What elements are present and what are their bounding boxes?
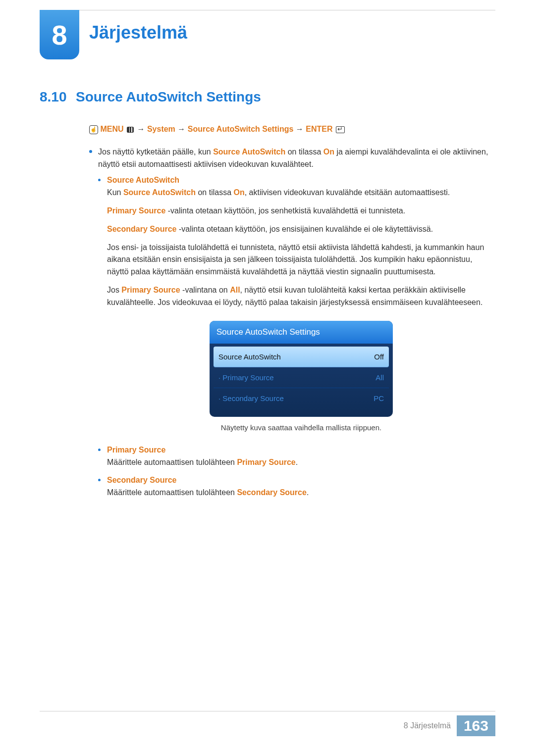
secondary-source-item: Secondary Source Määrittele automaattise… [98, 474, 495, 499]
sa-p5c: -valintana on [180, 286, 230, 294]
page: 8 Järjestelmä 8.10 Source AutoSwitch Set… [0, 0, 535, 756]
section-number: 8.10 [40, 89, 67, 104]
sa-p1a: Kun [107, 188, 123, 197]
hand-icon [89, 125, 98, 134]
sa-p5d: All [230, 286, 240, 294]
intro-text-a: Jos näyttö kytketään päälle, kun [98, 148, 213, 156]
osd-row-label-0: Source AutoSwitch [218, 351, 281, 362]
nav-menu-label: MENU [100, 125, 123, 133]
sa-p5b: Primary Source [121, 286, 180, 294]
intro-text-c: on tilassa [285, 148, 323, 156]
section-heading: 8.10 Source AutoSwitch Settings [40, 89, 495, 105]
sa-p4: Jos ensi- ja toissijaista tulolähdettä e… [107, 242, 495, 278]
osd-row-value-2: PC [374, 393, 384, 404]
osd-row-label-2: · Secondary Source [218, 393, 284, 404]
top-rule [40, 10, 495, 10]
osd-caption: Näytetty kuva saattaa vaihdella mallista… [107, 422, 495, 433]
secondary-p-a: Määrittele automaattisen tulolähteen [107, 488, 237, 497]
sa-p2b: -valinta otetaan käyttöön, jos senhetkis… [165, 206, 405, 215]
footer-chapter-label: 8 Järjestelmä [404, 721, 451, 730]
osd-row-label-1: · Primary Source [218, 372, 274, 383]
primary-source-item: Primary Source Määrittele automaattisen … [98, 444, 495, 469]
osd-row-primary-source[interactable]: · Primary Source All [214, 367, 389, 388]
osd-row-value-1: All [375, 372, 384, 383]
osd-row-source-autoswitch[interactable]: Source AutoSwitch Off [214, 347, 389, 367]
secondary-p-c: . [307, 488, 309, 497]
nav-setting-label: Source AutoSwitch Settings [188, 125, 294, 133]
chapter-title: Järjestelmä [89, 22, 187, 43]
intro-bullet: Jos näyttö kytketään päälle, kun Source … [89, 146, 495, 499]
source-autoswitch-item: Source AutoSwitch Kun Source AutoSwitch … [98, 174, 495, 433]
osd-title: Source AutoSwitch Settings [210, 321, 393, 344]
source-autoswitch-heading: Source AutoSwitch [107, 176, 179, 184]
content-area: 8.10 Source AutoSwitch Settings MENU → S… [40, 89, 495, 505]
sa-p3a: Secondary Source [107, 225, 177, 233]
sa-p3b: -valinta otetaan käyttöön, jos ensisijai… [177, 225, 433, 233]
intro-keyword-1: Source AutoSwitch [213, 148, 285, 156]
sa-p1d: On [234, 188, 245, 197]
nav-enter-label: ENTER [306, 125, 332, 133]
footer-page-number: 163 [457, 715, 495, 736]
sa-p1e: , aktiivisen videokuvan kuvalähde etsitä… [245, 188, 450, 197]
arrow-2: → [177, 125, 187, 133]
menu-navigation-path: MENU → System → Source AutoSwitch Settin… [89, 125, 495, 134]
sa-p5a: Jos [107, 286, 121, 294]
enter-icon [336, 126, 345, 133]
nav-system-label: System [147, 125, 175, 133]
primary-p-c: . [296, 458, 298, 466]
arrow-3: → [296, 125, 306, 133]
sa-p1c: on tilassa [196, 188, 233, 197]
intro-keyword-2: On [323, 148, 334, 156]
osd-body: Source AutoSwitch Off · Primary Source A… [210, 344, 393, 417]
primary-source-heading: Primary Source [107, 446, 165, 454]
secondary-source-heading: Secondary Source [107, 476, 177, 484]
section-title: Source AutoSwitch Settings [76, 89, 261, 104]
sa-p1b: Source AutoSwitch [123, 188, 196, 197]
menu-icon [126, 125, 135, 133]
chapter-number-tab: 8 [40, 10, 79, 59]
sa-p2a: Primary Source [107, 206, 165, 215]
secondary-p-b: Secondary Source [237, 488, 307, 497]
osd-panel: Source AutoSwitch Settings Source AutoSw… [210, 321, 393, 417]
page-footer: 8 Järjestelmä 163 [40, 711, 495, 736]
arrow-1: → [137, 125, 147, 133]
primary-p-a: Määrittele automaattisen tulolähteen [107, 458, 237, 466]
body-text: Jos näyttö kytketään päälle, kun Source … [89, 146, 495, 499]
osd-row-secondary-source[interactable]: · Secondary Source PC [214, 388, 389, 408]
primary-p-b: Primary Source [237, 458, 295, 466]
osd-row-value-0: Off [374, 351, 384, 362]
